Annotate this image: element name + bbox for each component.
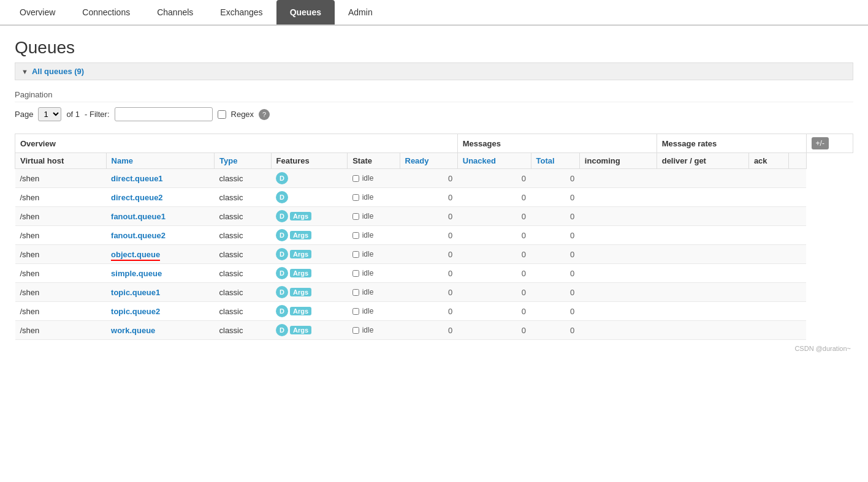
state-checkbox[interactable] (352, 308, 359, 315)
cell-state: idle (348, 169, 400, 188)
cell-type: classic (215, 283, 272, 302)
page-select[interactable]: 1 (38, 107, 61, 121)
cell-type: classic (215, 207, 272, 226)
col-incoming: incoming (579, 153, 657, 169)
args-badge: Args (290, 231, 311, 239)
help-button[interactable]: ? (259, 109, 270, 120)
queue-name-link[interactable]: work.queue (111, 326, 155, 335)
state-checkbox[interactable] (352, 175, 359, 182)
cell-vhost: /shen (15, 169, 107, 188)
state-text: idle (362, 231, 374, 239)
cell-name[interactable]: simple.queue (106, 264, 214, 283)
durable-badge: D (276, 305, 288, 317)
state-checkbox[interactable] (352, 213, 359, 220)
cell-ready: 0 (400, 188, 457, 207)
nav-admin[interactable]: Admin (335, 0, 386, 24)
args-badge: Args (290, 212, 311, 220)
nav-overview[interactable]: Overview (6, 0, 69, 24)
cell-name[interactable]: topic.queue2 (106, 302, 214, 321)
of-label: of 1 (66, 110, 80, 119)
state-text: idle (362, 174, 374, 183)
cell-name[interactable]: fanout.queue2 (106, 226, 214, 245)
page-label: Page (15, 110, 33, 119)
cell-total: 0 (531, 245, 579, 264)
queue-name-link[interactable]: simple.queue (111, 269, 162, 278)
cell-name[interactable]: fanout.queue1 (106, 207, 214, 226)
plus-minus-button[interactable]: +/- (812, 137, 829, 149)
cell-name[interactable]: topic.queue1 (106, 283, 214, 302)
cell-deliver_get (657, 302, 748, 321)
section-title: All queues (9) (32, 67, 84, 76)
cell-state: idle (348, 207, 400, 226)
cell-total: 0 (531, 321, 579, 340)
regex-checkbox[interactable] (218, 110, 226, 119)
col-deliver-get: deliver / get (657, 153, 748, 169)
args-badge: Args (290, 288, 311, 296)
cell-ready: 0 (400, 226, 457, 245)
cell-ack (748, 302, 788, 321)
cell-ready: 0 (400, 283, 457, 302)
col-vhost: Virtual host (15, 153, 107, 169)
durable-badge: D (276, 286, 288, 298)
cell-ack (748, 188, 788, 207)
section-header-row: Overview Messages Message rates +/- (15, 134, 853, 153)
state-checkbox[interactable] (352, 232, 359, 239)
queue-table: Overview Messages Message rates +/- Virt… (15, 134, 853, 340)
queue-name-link[interactable]: topic.queue1 (111, 288, 160, 297)
table-row: /shentopic.queue2classicDArgsidle000 (15, 302, 853, 321)
cell-name[interactable]: direct.queue2 (106, 188, 214, 207)
cell-total: 0 (531, 169, 579, 188)
state-checkbox[interactable] (352, 194, 359, 201)
cell-type: classic (215, 302, 272, 321)
cell-unacked: 0 (457, 302, 531, 321)
queue-name-link[interactable]: fanout.queue1 (111, 212, 166, 221)
arrow-icon: ▼ (21, 68, 28, 75)
cell-name[interactable]: object.queue (106, 245, 214, 264)
cell-unacked: 0 (457, 188, 531, 207)
state-text: idle (362, 307, 374, 315)
cell-incoming (579, 283, 657, 302)
table-row: /shendirect.queue2classicDidle000 (15, 188, 853, 207)
cell-state: idle (348, 188, 400, 207)
cell-total: 0 (531, 264, 579, 283)
cell-deliver_get (657, 188, 748, 207)
state-checkbox[interactable] (352, 251, 359, 258)
args-badge: Args (290, 250, 311, 258)
args-badge: Args (290, 269, 311, 277)
queue-name-link[interactable]: fanout.queue2 (111, 231, 166, 240)
cell-vhost: /shen (15, 245, 107, 264)
cell-vhost: /shen (15, 283, 107, 302)
cell-type: classic (215, 226, 272, 245)
state-checkbox[interactable] (352, 270, 359, 277)
nav-connections[interactable]: Connections (69, 0, 143, 24)
cell-state: idle (348, 283, 400, 302)
state-text: idle (362, 288, 374, 296)
cell-incoming (579, 207, 657, 226)
cell-type: classic (215, 264, 272, 283)
cell-state: idle (348, 245, 400, 264)
cell-vhost: /shen (15, 188, 107, 207)
nav-queues[interactable]: Queues (276, 0, 335, 24)
filter-input[interactable] (115, 107, 213, 121)
cell-incoming (579, 188, 657, 207)
queue-name-link[interactable]: direct.queue2 (111, 193, 163, 202)
watermark: CSDN @duration~ (15, 340, 853, 353)
cell-state: idle (348, 302, 400, 321)
queue-name-link[interactable]: direct.queue1 (111, 174, 163, 183)
state-checkbox[interactable] (352, 289, 359, 296)
nav-exchanges[interactable]: Exchanges (207, 0, 276, 24)
cell-name[interactable]: direct.queue1 (106, 169, 214, 188)
table-row: /shensimple.queueclassicDArgsidle000 (15, 264, 853, 283)
cell-deliver_get (657, 207, 748, 226)
cell-name[interactable]: work.queue (106, 321, 214, 340)
cell-incoming (579, 245, 657, 264)
regex-label: Regex (231, 110, 254, 119)
cell-state: idle (348, 321, 400, 340)
col-name: Name (106, 153, 214, 169)
cell-vhost: /shen (15, 226, 107, 245)
cell-ready: 0 (400, 321, 457, 340)
nav-channels[interactable]: Channels (143, 0, 207, 24)
queue-name-link[interactable]: object.queue (111, 250, 160, 261)
state-checkbox[interactable] (352, 327, 359, 334)
queue-name-link[interactable]: topic.queue2 (111, 307, 160, 316)
